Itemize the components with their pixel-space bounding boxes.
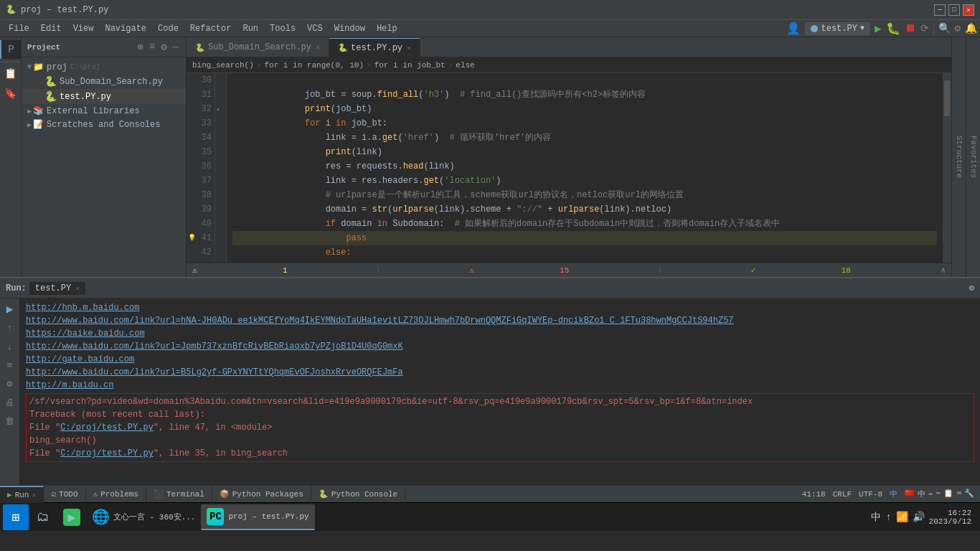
editor-scrollbar[interactable] bbox=[943, 73, 951, 263]
start-button[interactable]: ⊞ bbox=[3, 504, 29, 530]
tab-testpy[interactable]: 🐍 test.PY.py ✕ bbox=[329, 38, 420, 57]
collapse-btn[interactable]: ∧ bbox=[941, 265, 946, 275]
tree-item-external-libs[interactable]: ▶ 📚 External Libraries bbox=[22, 104, 186, 118]
run-tab-close[interactable]: ✕ bbox=[32, 491, 36, 499]
breadcrumb-item-3[interactable]: for i in job_bt bbox=[374, 61, 446, 70]
run-trash-button[interactable]: 🗑 bbox=[2, 413, 18, 429]
run-button[interactable]: ▶ bbox=[875, 22, 882, 36]
tray-icon-volume[interactable]: 🔊 bbox=[913, 511, 925, 523]
breadcrumb-item-1[interactable]: bing_search() bbox=[192, 61, 254, 70]
menu-view[interactable]: View bbox=[67, 22, 100, 35]
output-line-5: http://gate.baidu.com bbox=[26, 353, 974, 366]
breadcrumb-item-2[interactable]: for i in range(0, 10) bbox=[264, 61, 364, 70]
taskbar-browser[interactable]: 🌐 文心一言 - 360安... bbox=[86, 504, 201, 530]
error-file-link-2[interactable]: C:/proj/test.PY.py bbox=[60, 448, 154, 458]
ok-icon: ✓ bbox=[751, 265, 756, 275]
bottom-tab-run[interactable]: ▶ Run ✕ bbox=[0, 486, 44, 503]
menu-help[interactable]: Help bbox=[371, 22, 403, 35]
tab-subdomain[interactable]: 🐍 Sub_Domain_Search.py ✕ bbox=[187, 38, 329, 57]
sidebar-collapse-icon[interactable]: — bbox=[171, 39, 180, 55]
sidebar-list-icon[interactable]: ≡ bbox=[148, 39, 156, 55]
gutter-line-37 bbox=[215, 174, 226, 188]
run-down-button[interactable]: ↓ bbox=[2, 339, 18, 354]
output-link-1[interactable]: http://hnb.m.baidu.com bbox=[26, 303, 139, 313]
error-file-link-1[interactable]: C:/proj/test.PY.py bbox=[60, 423, 154, 433]
search-everywhere-icon[interactable]: 🔍 bbox=[938, 22, 951, 34]
run-file-tab[interactable]: test.PY ✕ bbox=[29, 282, 85, 295]
favorites-tab[interactable]: Favorites bbox=[966, 37, 980, 277]
run-output[interactable]: http://hnb.m.baidu.com http://www.baidu.… bbox=[20, 298, 980, 485]
menu-file[interactable]: File bbox=[3, 22, 35, 35]
menu-edit[interactable]: Edit bbox=[35, 22, 67, 35]
debug-button[interactable]: 🐛 bbox=[886, 22, 900, 36]
run-up-button[interactable]: ↑ bbox=[2, 320, 18, 336]
sidebar-add-icon[interactable]: ⊕ bbox=[136, 39, 144, 55]
tree-item-scratches[interactable]: ▶ 📝 Scratches and Consoles bbox=[22, 118, 186, 131]
project-tool-icon[interactable]: P bbox=[0, 40, 21, 59]
tab-close-subdomain[interactable]: ✕ bbox=[316, 43, 320, 52]
tray-icon-network[interactable]: 📶 bbox=[896, 511, 908, 523]
bookmark-icon[interactable]: 🔖 bbox=[1, 84, 20, 103]
run-filter-button[interactable]: ≡ bbox=[2, 357, 18, 373]
breadcrumb-item-4[interactable]: else bbox=[456, 61, 474, 70]
sidebar-settings-icon[interactable]: ⚙ bbox=[159, 39, 168, 55]
line-num-42: 42 bbox=[189, 245, 212, 260]
menu-tools[interactable]: Tools bbox=[264, 22, 301, 35]
taskbar-pycharm[interactable]: PC proj – test.PY.py bbox=[201, 504, 314, 530]
menu-navigate[interactable]: Navigate bbox=[99, 22, 152, 35]
tree-item-subdomain[interactable]: 🐍 Sub_Domain_Search.py bbox=[22, 74, 186, 89]
output-link-4[interactable]: http://www.baidu.com/link?url=Jpmb737xzn… bbox=[26, 342, 403, 352]
tab-label-testpy: test.PY.py bbox=[351, 43, 402, 53]
python-console-label: Python Console bbox=[331, 490, 397, 499]
media-icon: ▶ bbox=[63, 509, 80, 526]
run-settings-btn[interactable]: ⚙ bbox=[2, 376, 18, 392]
output-line-1: http://hnb.m.baidu.com bbox=[26, 301, 974, 314]
output-link-3[interactable]: https://baike.baidu.com bbox=[26, 329, 145, 339]
minimize-button[interactable]: — bbox=[934, 4, 946, 16]
bottom-tab-terminal[interactable]: ⬛ Terminal bbox=[146, 486, 212, 503]
code-lines[interactable]: job_bt = soup.find_all('h3') # find_all(… bbox=[227, 73, 943, 263]
taskbar-explorer[interactable]: 🗂 bbox=[29, 504, 57, 530]
output-link-2[interactable]: http://www.baidu.com/link?url=hNA-JH0ADu… bbox=[26, 316, 734, 326]
structure-tab[interactable]: Structure bbox=[951, 37, 966, 277]
run-file-tab-close[interactable]: ✕ bbox=[75, 284, 80, 293]
run-print-button[interactable]: 🖨 bbox=[2, 395, 18, 410]
bottom-tab-todo[interactable]: ☑ TODO bbox=[44, 486, 85, 503]
close-button[interactable]: ✕ bbox=[963, 4, 974, 16]
run-play-button[interactable]: ▶ bbox=[2, 301, 18, 317]
bottom-tab-python-packages[interactable]: 📦 Python Packages bbox=[212, 486, 311, 503]
user-icon[interactable]: 👤 bbox=[786, 22, 801, 36]
bottom-tab-python-console[interactable]: 🐍 Python Console bbox=[311, 486, 405, 503]
taskbar-clock[interactable]: 16:22 2023/9/12 bbox=[929, 509, 971, 526]
output-link-6[interactable]: http://www.baidu.com/link?url=B5Lg2yf-GP… bbox=[26, 367, 403, 377]
menu-run[interactable]: Run bbox=[237, 22, 264, 35]
stop-button[interactable]: ⏹ bbox=[905, 22, 916, 35]
status-indent[interactable]: 中 bbox=[890, 489, 897, 499]
tree-item-testpy[interactable]: 🐍 test.PY.py bbox=[22, 89, 186, 104]
tree-item-proj[interactable]: ▼ 📁 proj C:\proj bbox=[22, 60, 186, 74]
run-settings-icon: ⚙ bbox=[969, 283, 974, 293]
code-editor[interactable]: 30 31 32 33 34 35 36 37 38 39 40 41 💡 42… bbox=[187, 73, 951, 263]
bottom-tab-problems[interactable]: ⚠ Problems bbox=[86, 486, 146, 503]
menu-window[interactable]: Window bbox=[329, 22, 371, 35]
gutter: ▸ bbox=[215, 73, 227, 263]
settings-icon[interactable]: ⚙ bbox=[955, 22, 961, 34]
tab-close-testpy[interactable]: ✕ bbox=[407, 44, 411, 52]
run-panel-settings[interactable]: ⚙ bbox=[969, 283, 974, 293]
line-num-40: 40 bbox=[189, 217, 212, 231]
run-config-dropdown[interactable]: test.PY ▼ bbox=[805, 22, 870, 35]
commit-icon[interactable]: 📋 bbox=[1, 64, 20, 83]
menu-refactor[interactable]: Refactor bbox=[184, 22, 237, 35]
tray-icon-lang[interactable]: 中 bbox=[871, 511, 881, 524]
menu-vcs[interactable]: VCS bbox=[301, 22, 329, 35]
output-link-5[interactable]: http://gate.baidu.com bbox=[26, 354, 134, 364]
menu-code[interactable]: Code bbox=[152, 22, 184, 35]
sidebar-header: Project ⊕ ≡ ⚙ — bbox=[22, 37, 186, 57]
taskbar-media[interactable]: ▶ bbox=[57, 504, 86, 530]
maximize-button[interactable]: □ bbox=[948, 4, 960, 16]
output-link-7[interactable]: http://m.baidu.cn bbox=[26, 380, 113, 390]
status-icon-7: 🔧 bbox=[964, 489, 974, 499]
reload-button[interactable]: ⟳ bbox=[920, 22, 929, 34]
tray-icon-up[interactable]: ↑ bbox=[885, 512, 891, 523]
notifications-icon[interactable]: 🔔 bbox=[965, 22, 977, 34]
